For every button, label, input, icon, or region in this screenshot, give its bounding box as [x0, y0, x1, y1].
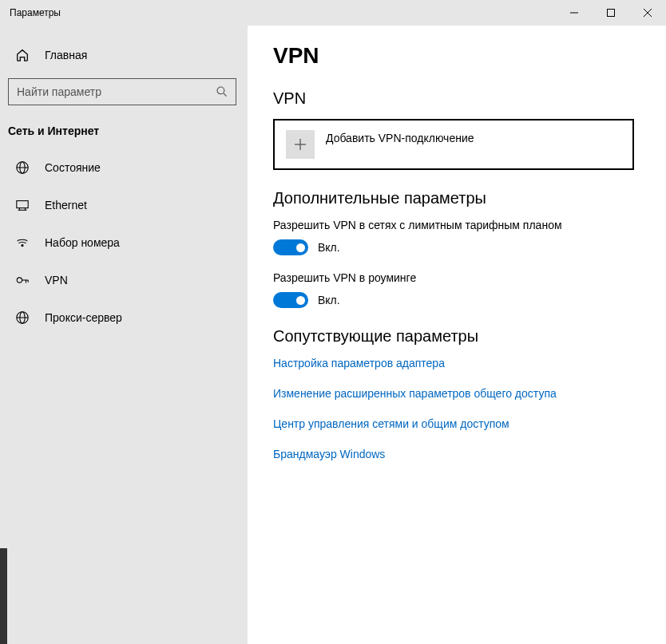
svg-point-4	[217, 87, 224, 94]
link-sharing-settings[interactable]: Изменение расширенных параметров общего …	[273, 387, 634, 400]
search-box[interactable]	[8, 78, 236, 105]
roaming-state: Вкл.	[318, 294, 340, 306]
minimize-button[interactable]	[556, 0, 593, 26]
globe-icon	[14, 160, 30, 175]
link-adapter-settings[interactable]: Настройка параметров адаптера	[273, 357, 634, 369]
sidebar-item-label: Прокси-сервер	[45, 311, 122, 324]
sidebar-item-label: Состояние	[45, 161, 101, 174]
search-input[interactable]	[9, 85, 208, 98]
sidebar-item-proxy[interactable]: Прокси-сервер	[0, 298, 248, 336]
metered-toggle[interactable]	[273, 239, 308, 255]
svg-rect-9	[17, 200, 28, 207]
category-heading: Сеть и Интернет	[0, 120, 248, 148]
sidebar-item-label: VPN	[45, 274, 68, 286]
svg-line-5	[224, 93, 227, 97]
section-related-heading: Сопутствующие параметры	[273, 327, 634, 346]
section-advanced-heading: Дополнительные параметры	[273, 189, 634, 207]
page-title: VPN	[273, 43, 634, 69]
sidebar-item-status[interactable]: Состояние	[0, 148, 248, 186]
svg-rect-1	[608, 10, 615, 17]
link-firewall[interactable]: Брандмауэр Windows	[273, 448, 634, 460]
roaming-label: Разрешить VPN в роуминге	[273, 271, 634, 284]
dialup-icon	[14, 235, 30, 250]
sidebar-item-vpn[interactable]: VPN	[0, 261, 248, 298]
link-network-center[interactable]: Центр управления сетями и общим доступом	[273, 417, 634, 430]
maximize-button[interactable]	[593, 0, 629, 26]
metered-state: Вкл.	[318, 241, 340, 254]
search-icon	[208, 85, 236, 98]
svg-point-13	[22, 244, 23, 246]
metered-label: Разрешить VPN в сетях с лимитным тарифны…	[273, 219, 634, 231]
svg-point-14	[17, 277, 22, 282]
titlebar: Параметры	[0, 0, 666, 26]
home-icon	[14, 48, 30, 62]
add-vpn-button[interactable]: Добавить VPN-подключение	[273, 119, 634, 170]
add-vpn-label: Добавить VPN-подключение	[326, 132, 474, 144]
window-title: Параметры	[0, 7, 61, 18]
main-pane: VPN VPN Добавить VPN-подключение Дополни…	[248, 26, 666, 644]
sidebar-item-dialup[interactable]: Набор номера	[0, 223, 248, 261]
home-label: Главная	[45, 49, 87, 61]
sidebar-item-label: Ethernet	[45, 199, 87, 211]
home-link[interactable]: Главная	[0, 41, 248, 69]
ethernet-icon	[14, 198, 30, 212]
vpn-icon	[14, 273, 30, 287]
sidebar-item-label: Набор номера	[45, 236, 120, 249]
sidebar: Главная Сеть и Интернет Состояние	[0, 26, 248, 644]
proxy-icon	[14, 310, 30, 325]
roaming-toggle[interactable]	[273, 292, 308, 308]
section-vpn-heading: VPN	[273, 89, 634, 108]
sidebar-item-ethernet[interactable]: Ethernet	[0, 186, 248, 223]
plus-icon	[286, 130, 315, 159]
close-button[interactable]	[629, 0, 666, 26]
left-accent-bar	[0, 548, 7, 644]
